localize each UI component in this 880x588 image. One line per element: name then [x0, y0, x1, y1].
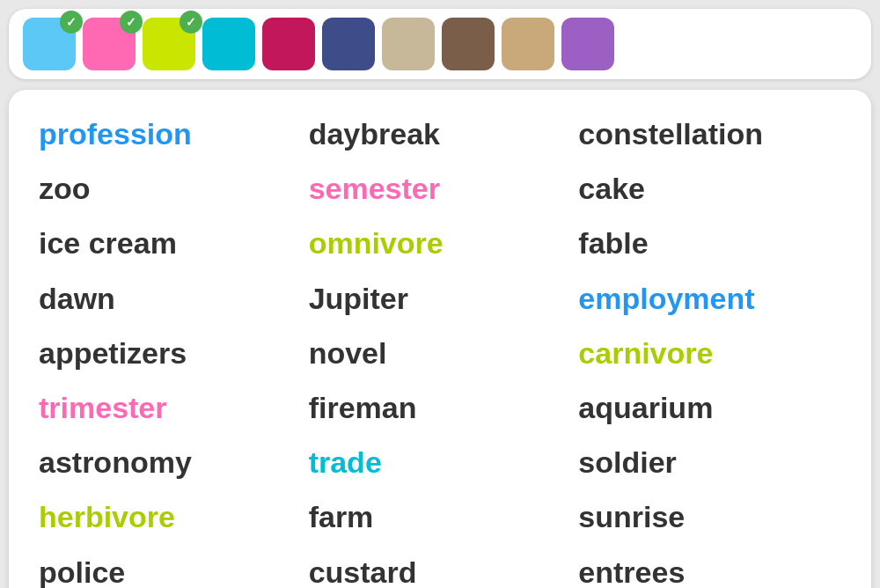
- swatch-tan[interactable]: [382, 18, 435, 70]
- word-item[interactable]: daybreak: [305, 107, 576, 160]
- word-item[interactable]: trade: [305, 436, 576, 489]
- swatch-teal[interactable]: [202, 18, 255, 70]
- word-item[interactable]: novel: [305, 327, 576, 379]
- word-item[interactable]: fable: [575, 217, 845, 269]
- word-item[interactable]: employment: [575, 272, 845, 325]
- swatch-purple[interactable]: [561, 18, 614, 70]
- word-item[interactable]: carnivore: [575, 327, 845, 379]
- word-item[interactable]: sunrise: [575, 490, 845, 543]
- word-item[interactable]: cake: [575, 162, 845, 215]
- word-item[interactable]: herbivore: [35, 490, 305, 543]
- swatch-magenta[interactable]: [262, 18, 315, 70]
- word-item[interactable]: aquarium: [575, 381, 845, 434]
- word-item[interactable]: constellation: [575, 107, 845, 160]
- word-item[interactable]: trimester: [35, 381, 305, 434]
- swatch-pink-check[interactable]: ✓: [83, 18, 136, 70]
- word-item[interactable]: custard: [305, 546, 576, 589]
- word-item[interactable]: omnivore: [305, 217, 576, 269]
- swatch-blue-check[interactable]: ✓: [23, 18, 76, 70]
- swatch-bar: ✓✓✓: [9, 9, 871, 79]
- swatch-navy[interactable]: [322, 18, 375, 70]
- swatch-sand[interactable]: [502, 18, 554, 70]
- word-item[interactable]: farm: [305, 490, 576, 543]
- word-item[interactable]: fireman: [305, 381, 576, 434]
- word-item[interactable]: dawn: [35, 272, 305, 325]
- word-item[interactable]: astronomy: [35, 436, 305, 489]
- word-item[interactable]: Jupiter: [305, 272, 576, 325]
- word-item[interactable]: profession: [35, 107, 305, 160]
- word-item[interactable]: entrees: [575, 546, 845, 589]
- swatch-yellow-check[interactable]: ✓: [143, 18, 195, 70]
- word-item[interactable]: semester: [305, 162, 576, 215]
- word-item[interactable]: appetizers: [35, 327, 305, 379]
- word-item[interactable]: soldier: [575, 436, 845, 489]
- word-item[interactable]: zoo: [35, 162, 305, 215]
- word-item[interactable]: ice cream: [35, 217, 305, 269]
- word-item[interactable]: police: [35, 546, 305, 589]
- word-grid: professiondaybreakconstellationzoosemest…: [35, 107, 845, 588]
- swatch-brown[interactable]: [442, 18, 495, 70]
- word-card: professiondaybreakconstellationzoosemest…: [9, 90, 871, 588]
